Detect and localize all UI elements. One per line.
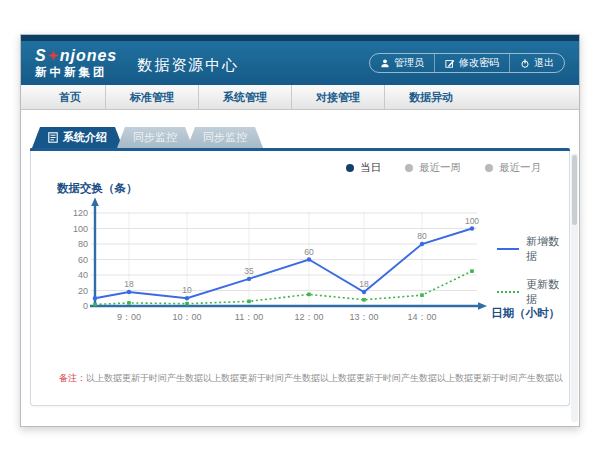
logo-text-suffix: njones (60, 48, 118, 64)
nav-item-system-mgmt[interactable]: 系统管理 (198, 85, 291, 109)
legend-label: 新增数据 (526, 234, 563, 264)
page-title: 数据资源中心 (137, 56, 239, 75)
power-icon (520, 58, 530, 69)
svg-text:9：00: 9：00 (117, 312, 141, 322)
edit-icon (445, 58, 455, 69)
line-chart: 0204060801001209：0010：0011：0012：0013：001… (67, 196, 497, 346)
logout-label: 退出 (534, 56, 554, 70)
svg-text:100: 100 (73, 224, 88, 234)
user-icon (380, 58, 390, 69)
tab-system-intro[interactable]: 系统介绍 (32, 127, 123, 148)
filter-label: 最近一周 (419, 161, 461, 175)
legend-update-data: 更新数据 (497, 277, 563, 307)
svg-text:18: 18 (359, 279, 369, 289)
radio-selected-icon (346, 164, 354, 172)
company-logo: S njones 新中新集团 (35, 48, 117, 79)
svg-text:14：00: 14：00 (407, 312, 436, 322)
logo-text-prefix: S (35, 48, 47, 64)
svg-text:80: 80 (78, 239, 88, 249)
logo-wordmark: S njones (35, 48, 117, 64)
dotted-line-swatch (497, 291, 519, 293)
footnote-prefix: 备注： (59, 373, 86, 383)
tab-label: 同步监控 (133, 127, 177, 148)
solid-line-swatch (497, 248, 519, 250)
tab-bar: 系统介绍 同步监控 同步监控 (32, 127, 570, 148)
scrollbar-thumb[interactable] (572, 155, 577, 225)
change-password-label: 修改密码 (459, 56, 499, 70)
svg-text:11：00: 11：00 (235, 312, 263, 322)
x-axis-title: 日期（小时） (491, 306, 560, 321)
svg-text:20: 20 (78, 286, 88, 296)
change-password-button[interactable]: 修改密码 (434, 54, 509, 72)
range-filter-group: 当日 最近一周 最近一月 (37, 157, 563, 177)
logo-subtitle: 新中新集团 (35, 67, 117, 79)
tab-label: 同步监控 (203, 127, 247, 148)
svg-text:60: 60 (304, 247, 314, 257)
nav-item-interface-mgmt[interactable]: 对接管理 (291, 85, 384, 109)
svg-text:12：00: 12：00 (294, 312, 323, 322)
app-header: S njones 新中新集团 数据资源中心 管理员 (21, 41, 579, 85)
app-window: S njones 新中新集团 数据资源中心 管理员 (20, 34, 580, 427)
filter-label: 当日 (360, 161, 381, 175)
filter-last-month[interactable]: 最近一月 (485, 161, 541, 175)
radio-unselected-icon (485, 164, 493, 172)
chart-legend: 新增数据 更新数据 (497, 234, 563, 307)
document-icon (48, 132, 58, 143)
current-user-button[interactable]: 管理员 (370, 54, 434, 72)
tab-sync-monitor-2[interactable]: 同步监控 (187, 127, 263, 148)
main-nav: 首页 标准管理 系统管理 对接管理 数据异动 (21, 85, 579, 110)
tab-sync-monitor-1[interactable]: 同步监控 (117, 127, 193, 148)
tab-label: 系统介绍 (63, 127, 107, 148)
filter-today[interactable]: 当日 (346, 161, 381, 175)
legend-new-data: 新增数据 (497, 234, 563, 264)
svg-text:0: 0 (83, 301, 88, 311)
svg-text:13：00: 13：00 (349, 312, 378, 322)
user-menu: 管理员 修改密码 退出 (369, 53, 565, 73)
footnote-text: 以上数据更新于时间产生数据以上数据更新于时间产生数据以上数据更新于时间产生数据以… (86, 373, 563, 383)
page: S njones 新中新集团 数据资源中心 管理员 (0, 0, 600, 450)
radio-unselected-icon (405, 164, 413, 172)
svg-text:18: 18 (124, 279, 134, 289)
nav-item-home[interactable]: 首页 (35, 85, 105, 109)
svg-text:35: 35 (244, 266, 254, 276)
current-user-label: 管理员 (394, 56, 424, 70)
scrollbar[interactable] (571, 153, 578, 422)
svg-text:80: 80 (417, 231, 427, 241)
nav-item-data-change[interactable]: 数据异动 (384, 85, 477, 109)
svg-text:40: 40 (78, 270, 88, 280)
legend-label: 更新数据 (526, 277, 563, 307)
filter-last-week[interactable]: 最近一周 (405, 161, 461, 175)
chart-panel: 当日 最近一周 最近一月 数据交换（条） 0204060801001209：00… (30, 151, 570, 406)
y-axis-title: 数据交换（条） (57, 181, 563, 196)
svg-text:10：00: 10：00 (172, 312, 201, 322)
content-area: 系统介绍 同步监控 同步监控 当日 最近 (21, 110, 579, 406)
svg-text:100: 100 (465, 216, 479, 226)
footnote: 备注：以上数据更新于时间产生数据以上数据更新于时间产生数据以上数据更新于时间产生… (59, 372, 563, 385)
logout-button[interactable]: 退出 (509, 54, 564, 72)
svg-text:120: 120 (73, 208, 88, 218)
nav-item-standard-mgmt[interactable]: 标准管理 (105, 85, 198, 109)
filter-label: 最近一月 (499, 161, 541, 175)
logo-star-icon (48, 50, 59, 61)
svg-text:10: 10 (182, 285, 192, 295)
svg-text:60: 60 (78, 255, 88, 265)
chart-area: 0204060801001209：0010：0011：0012：0013：001… (45, 196, 563, 348)
